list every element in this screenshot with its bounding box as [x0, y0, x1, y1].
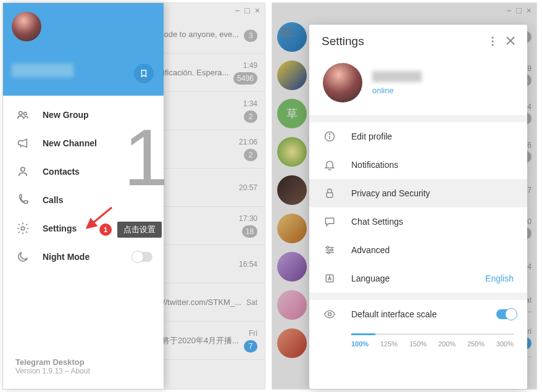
drawer-footer: Telegram Desktop Version 1.9.13 – About — [3, 348, 164, 389]
menu-night-mode[interactable]: Night Mode — [3, 243, 164, 271]
megaphone-icon — [15, 136, 30, 150]
s-label: Language — [351, 273, 470, 283]
profile-name-blurred — [372, 71, 422, 82]
sliders-icon — [323, 244, 336, 256]
settings-privacy-security[interactable]: Privacy and Security — [309, 179, 527, 207]
svg-point-19 — [328, 252, 330, 254]
profile-avatar[interactable] — [12, 12, 41, 41]
phone-icon — [15, 193, 30, 207]
kebab-icon[interactable] — [491, 36, 494, 46]
scale-option[interactable]: 125% — [380, 340, 398, 348]
bell-icon — [323, 159, 336, 171]
language-value: English — [485, 273, 514, 283]
saved-messages-button[interactable] — [134, 64, 154, 83]
settings-edit-profile[interactable]: Edit profile — [309, 122, 527, 151]
svg-point-2 — [21, 167, 25, 171]
profile-status: online — [372, 86, 422, 95]
svg-point-12 — [329, 134, 330, 135]
scale-slider[interactable] — [351, 333, 514, 335]
svg-point-17 — [327, 246, 328, 248]
svg-point-1 — [23, 112, 27, 115]
svg-point-21 — [328, 313, 331, 316]
menu-label: Settings — [43, 223, 77, 233]
svg-point-18 — [331, 249, 333, 251]
menu-label: New Group — [43, 110, 89, 120]
scale-option[interactable]: 100% — [351, 340, 369, 348]
settings-notifications[interactable]: Notifications — [309, 151, 527, 179]
language-icon — [323, 272, 336, 285]
svg-point-6 — [491, 40, 493, 42]
menu-label: New Channel — [43, 138, 97, 148]
s-label: Notifications — [351, 160, 514, 170]
settings-advanced[interactable]: Advanced — [309, 236, 527, 264]
menu-label: Night Mode — [43, 252, 90, 262]
app-name: Telegram Desktop — [15, 357, 151, 367]
scale-option[interactable]: 200% — [438, 340, 456, 348]
svg-point-5 — [491, 36, 493, 38]
settings-panel: Settings online Edit profile Notificatio… — [309, 25, 527, 389]
eye-icon — [323, 308, 336, 320]
settings-interface-scale[interactable]: Default interface scale — [309, 300, 527, 328]
scale-toggle[interactable] — [496, 309, 516, 319]
s-label: Advanced — [351, 245, 514, 255]
main-menu-drawer: New Group New Channel Contacts Calls Set… — [3, 3, 164, 389]
svg-point-3 — [21, 227, 25, 230]
s-label: Privacy and Security — [351, 188, 514, 198]
callout-text-1: 点击设置 — [117, 222, 162, 238]
drawer-header — [3, 3, 164, 96]
left-pane: − □ × code to anyone, eve... 3rificación… — [2, 2, 265, 390]
scale-option[interactable]: 250% — [467, 340, 485, 348]
scale-slider-row: 100%125%150%200%250%300% — [309, 328, 527, 356]
close-button[interactable]: × — [527, 6, 532, 15]
window-controls-right: − □ × — [501, 3, 536, 18]
settings-chat-settings[interactable]: Chat Settings — [309, 207, 527, 236]
chat-icon — [323, 215, 336, 228]
close-button[interactable]: × — [255, 6, 260, 15]
night-mode-toggle[interactable] — [133, 252, 152, 262]
info-icon — [323, 130, 336, 143]
settings-language[interactable]: Language English — [309, 264, 527, 293]
svg-point-7 — [491, 44, 493, 46]
minimize-button[interactable]: − — [506, 6, 511, 15]
close-icon[interactable] — [506, 36, 515, 46]
person-icon — [15, 165, 30, 178]
s-label: Edit profile — [351, 131, 514, 141]
settings-title: Settings — [322, 35, 364, 48]
s-label: Default interface scale — [351, 309, 514, 319]
menu-label: Calls — [43, 195, 63, 205]
svg-rect-13 — [327, 193, 333, 198]
menu-new-channel[interactable]: New Channel — [3, 129, 164, 157]
right-pane: − □ × 3 1:495496草 1:342 21:062 20:57 17:… — [272, 2, 537, 390]
svg-point-0 — [19, 112, 22, 115]
callout-badge-1: 1 — [99, 223, 112, 236]
maximize-button[interactable]: □ — [244, 6, 249, 15]
settings-header: Settings — [309, 25, 527, 58]
s-label: Chat Settings — [351, 217, 514, 227]
scale-option[interactable]: 300% — [496, 340, 514, 348]
window-controls-left: − □ × — [230, 3, 265, 18]
menu-calls[interactable]: Calls — [3, 186, 164, 214]
group-icon — [15, 108, 30, 122]
scale-option[interactable]: 150% — [409, 340, 427, 348]
separator — [309, 293, 527, 300]
moon-icon — [15, 250, 30, 264]
maximize-button[interactable]: □ — [516, 6, 521, 15]
separator — [309, 115, 527, 122]
profile-block[interactable]: online — [309, 58, 527, 115]
menu-contacts[interactable]: Contacts — [3, 157, 164, 186]
minimize-button[interactable]: − — [235, 6, 240, 15]
gear-icon — [15, 222, 30, 235]
username-blurred — [12, 64, 73, 77]
app-version[interactable]: Version 1.9.13 – About — [15, 367, 151, 375]
lock-icon — [323, 187, 336, 199]
menu-label: Contacts — [43, 167, 80, 177]
menu-new-group[interactable]: New Group — [3, 101, 164, 129]
settings-avatar — [323, 63, 362, 102]
